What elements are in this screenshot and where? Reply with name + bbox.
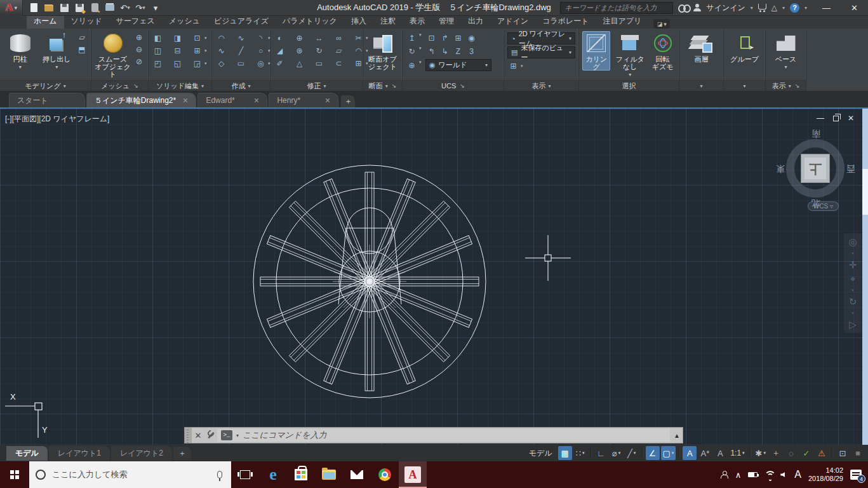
ribbon-tab-サーフェス[interactable]: サーフェス [109, 15, 162, 29]
solid-interfere-icon[interactable]: ⊡ [191, 32, 203, 44]
annotation-visibility-toggle[interactable]: A [683, 446, 697, 460]
application-menu-button[interactable]: A▾ [0, 0, 23, 16]
a360-icon[interactable]: △ [771, 3, 777, 12]
rectangle-icon[interactable]: ▭ [235, 58, 247, 69]
redo-icon[interactable]: ↷▾ [135, 2, 146, 13]
taskbar-chrome-button[interactable] [371, 461, 399, 488]
join-icon[interactable]: ⊂ [333, 58, 345, 69]
ucs-z-icon[interactable]: Z [452, 46, 464, 57]
cylinder-button[interactable]: 円柱▾ [3, 31, 37, 71]
smooth-object-button[interactable]: スムーズオブジェクト [95, 31, 131, 78]
people-icon[interactable] [720, 471, 728, 478]
command-line-close-icon[interactable]: ✕ [192, 428, 204, 443]
ribbon-tab-ソリッド[interactable]: ソリッド [64, 15, 109, 29]
base-view-button[interactable]: ベース▾ [769, 31, 803, 71]
plot-icon[interactable] [104, 2, 116, 13]
isodraft-toggle[interactable]: ∠ [646, 446, 660, 460]
ribbon-tab-アドイン[interactable]: アドイン [490, 15, 535, 29]
ime-indicator[interactable]: A [794, 469, 801, 480]
scale-icon[interactable]: ▱ [333, 45, 345, 57]
command-line-customize-icon[interactable] [204, 428, 217, 443]
ucs-face-icon[interactable]: ↱ [439, 32, 451, 44]
arc-icon[interactable]: ◝ [255, 32, 267, 44]
layout-tab-モデル[interactable]: モデル [6, 446, 48, 461]
polar-tracking-toggle[interactable]: ⌀▾ [610, 446, 624, 460]
ribbon-tab-コラボレート[interactable]: コラボレート [535, 15, 596, 29]
solid-subtract-icon[interactable]: ◨ [171, 32, 184, 44]
panel-label-modify[interactable]: 修正▾ [270, 80, 363, 91]
object-snap-tracking-toggle[interactable]: ╱▾ [625, 446, 639, 460]
battery-icon[interactable] [748, 472, 758, 477]
ucs-world-icon[interactable]: ◉ [465, 32, 477, 44]
help-dropdown-icon[interactable]: ▾ [805, 5, 807, 11]
solid-slice-icon[interactable]: ◫ [152, 45, 164, 57]
align-3d-icon[interactable]: ⊕ [293, 32, 305, 44]
pan-icon[interactable]: ✛ [849, 260, 857, 269]
ribbon-tab-メッシュ[interactable]: メッシュ [162, 15, 207, 29]
panel-label-solid-editing[interactable]: ソリッド編集▾ [149, 80, 211, 91]
help-icon[interactable]: ? [790, 3, 799, 13]
gizmo-button[interactable]: 回転ギズモ [650, 31, 676, 71]
image-warning-toggle[interactable]: ⚠ [815, 446, 829, 460]
viewcube-south-label[interactable]: 南 [811, 128, 820, 139]
culling-button[interactable]: カリング [582, 31, 610, 71]
app-store-cart-icon[interactable] [758, 4, 766, 10]
signin-dropdown-icon[interactable]: ▾ [751, 5, 753, 11]
infocenter-search-input[interactable]: キーワードまたは語句を入力 [560, 2, 673, 14]
save-as-icon[interactable] [74, 2, 85, 13]
publish-icon[interactable] [89, 2, 100, 13]
solid-thicken-icon[interactable]: ⊟ [171, 45, 184, 57]
zoom-dropdown-icon[interactable]: ▾ [851, 288, 854, 292]
ucs-view-icon[interactable]: ⊞ [452, 32, 464, 44]
model-space-indicator[interactable]: モデル [524, 448, 558, 459]
file-tab-close-icon[interactable]: ✕ [324, 97, 330, 105]
ucs-icon[interactable]: ↥ [406, 32, 418, 44]
nav-dropdown-icon[interactable]: ▾ [851, 251, 854, 255]
panel-label-section[interactable]: 断面▾↘ [363, 80, 402, 91]
ribbon-tab-出力[interactable]: 出力 [461, 15, 490, 29]
taskbar-mail-button[interactable] [343, 461, 371, 488]
ribbon-tab-管理[interactable]: 管理 [432, 15, 461, 29]
named-views-combo[interactable]: ▤ 未保存のビュー▾ [507, 46, 575, 58]
section-object-button[interactable]: 断面オブジェクト [366, 31, 399, 71]
command-line-grip[interactable] [185, 428, 192, 443]
orbit-dropdown-icon[interactable]: ▾ [851, 311, 854, 315]
infocenter-app-icon[interactable]: ◪▾ [653, 19, 670, 29]
file-tab-close-icon[interactable]: ✕ [253, 97, 259, 105]
offset-icon[interactable]: ▭ [313, 58, 325, 69]
file-tab-５インチ車輪Drawing2*[interactable]: ５インチ車輪Drawing2*✕ [86, 93, 196, 107]
navigation-wheel-icon[interactable]: ◎ [848, 237, 857, 247]
object-snap-toggle[interactable]: ▢▾ [661, 446, 676, 460]
filter-button[interactable]: フィルタなし▾ [613, 31, 647, 79]
showmotion-icon[interactable]: ▷ [849, 320, 857, 329]
ellipse-icon[interactable]: ◎ [255, 58, 267, 69]
command-input[interactable]: >_ ▾ ここにコマンドを入力 [217, 429, 670, 442]
ribbon-tab-ホーム[interactable]: ホーム [27, 15, 64, 29]
taskbar-file-explorer-button[interactable] [315, 461, 343, 488]
file-tab-close-icon[interactable]: ✕ [182, 97, 188, 105]
viewcube-west-label[interactable]: 西 [846, 163, 855, 174]
ribbon-tab-注釈[interactable]: 注釈 [373, 15, 403, 29]
viewcube[interactable]: 上 南 北 東 西 [780, 126, 850, 209]
clean-screen-toggle[interactable]: ⊡ [836, 446, 850, 460]
hardware-acceleration-toggle[interactable]: ✓ [799, 446, 813, 460]
annotation-scale-icon-toggle[interactable]: A [713, 446, 727, 460]
customize-quick-access-icon[interactable]: ▾ [150, 2, 161, 13]
open-icon[interactable] [43, 2, 55, 13]
ortho-mode-toggle[interactable]: ∟ [594, 446, 608, 460]
workspace-switching-toggle[interactable]: ✱▾ [754, 446, 768, 460]
polyline-icon[interactable]: ∿ [215, 45, 227, 57]
file-tab-Henry*[interactable]: Henry*✕ [269, 93, 338, 107]
taskbar-autocad-button[interactable]: A [399, 461, 427, 488]
arc-3point-icon[interactable]: ◠ [215, 32, 227, 44]
file-tab-スタート[interactable]: スタート [9, 93, 85, 107]
annotation-scale-toggle[interactable]: 1:1▾ [728, 446, 746, 460]
solid-offset-edge-icon[interactable]: ⊞ [191, 45, 203, 57]
ucs-named-icon[interactable]: ⊡ [425, 32, 437, 44]
volume-icon[interactable] [780, 472, 785, 477]
start-button[interactable] [0, 461, 29, 488]
viewport-close-icon[interactable]: ✕ [848, 114, 854, 123]
circle-icon[interactable]: ○ [255, 45, 267, 57]
group-button[interactable]: グループ [727, 31, 762, 63]
rotate-3d-icon[interactable]: ⊛ [293, 45, 305, 57]
